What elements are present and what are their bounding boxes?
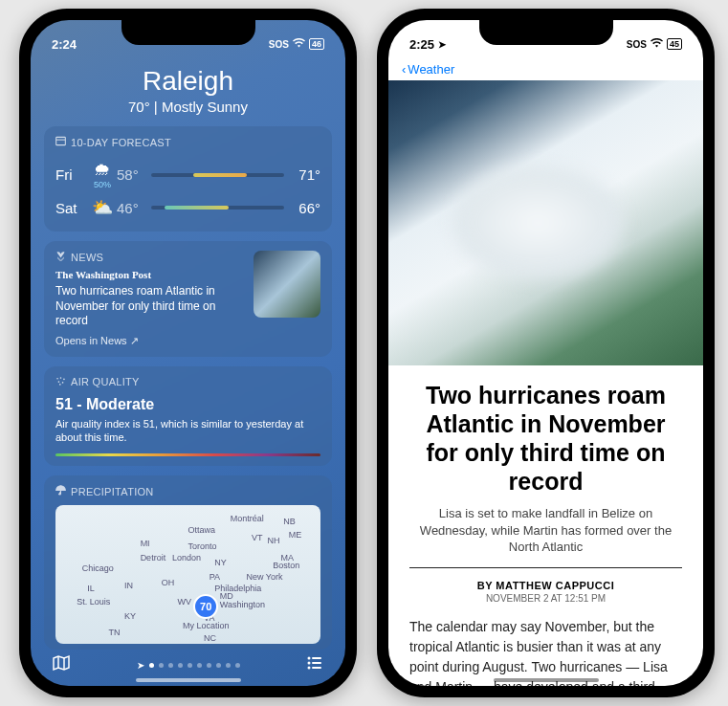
map-city-label: NH — [268, 536, 280, 545]
forecast-day: Sat — [55, 200, 88, 216]
sos-indicator: SOS — [627, 39, 647, 50]
svg-point-6 — [62, 382, 64, 384]
precip-header: PRECIPITATION — [71, 486, 154, 497]
news-header: NEWS — [71, 252, 103, 263]
list-icon[interactable] — [305, 653, 324, 676]
news-open-link[interactable]: Opens in News ↗ — [55, 335, 244, 347]
article-title: Two hurricanes roam Atlantic in November… — [409, 381, 682, 496]
notch — [479, 20, 613, 45]
map-city-label: NB — [283, 517, 296, 526]
news-card[interactable]: NEWS The Washington Post Two hurricanes … — [44, 241, 332, 357]
page-dots[interactable]: ➤ — [137, 660, 240, 671]
battery-indicator: 46 — [309, 38, 324, 50]
notch — [121, 20, 255, 45]
map-city-label: Ottawa — [188, 525, 216, 535]
map-city-label: TN — [108, 628, 120, 637]
forecast-header: 10-DAY FORECAST — [71, 137, 171, 148]
calendar-icon — [55, 136, 66, 148]
home-indicator[interactable] — [494, 678, 599, 682]
news-icon — [55, 251, 66, 263]
map-city-label: Montréal — [231, 514, 264, 523]
map-city-label: St. Louis — [77, 597, 110, 607]
forecast-row[interactable]: Sat ⛅ 46° 66° — [55, 193, 320, 222]
map-city-label: KY — [124, 611, 136, 621]
map-icon[interactable] — [52, 653, 71, 676]
svg-point-8 — [308, 657, 311, 660]
svg-point-10 — [308, 662, 311, 665]
map-city-label: Chicago — [82, 563, 114, 573]
forecast-high: 66° — [290, 200, 320, 216]
map-city-label: VT — [252, 533, 263, 542]
svg-rect-9 — [312, 657, 321, 659]
city-name: Raleigh — [31, 66, 345, 97]
svg-point-5 — [58, 381, 60, 383]
forecast-day: Fri — [55, 166, 88, 183]
back-button[interactable]: ‹ Weather — [388, 58, 703, 80]
svg-rect-0 — [56, 137, 66, 144]
map-city-label: Toronto — [188, 541, 217, 551]
status-time: 2:24 — [52, 37, 77, 52]
forecast-range-bar — [151, 173, 284, 177]
status-time: 2:25 — [409, 37, 434, 52]
article-content[interactable]: Two hurricanes roam Atlantic in November… — [388, 365, 703, 686]
aqi-header: AIR QUALITY — [71, 376, 140, 387]
map-city-label: London — [172, 553, 201, 563]
wifi-icon — [651, 38, 663, 50]
my-location-pin[interactable]: 70 My Location — [183, 594, 230, 630]
map-city-label: OH — [162, 578, 175, 587]
forecast-range-bar — [151, 206, 284, 210]
forecast-low: 46° — [117, 200, 145, 216]
pin-label: My Location — [183, 621, 230, 630]
weather-header: Raleigh 70° | Mostly Sunny — [31, 58, 345, 126]
article-byline: BY MATTHEW CAPPUCCI — [409, 580, 682, 591]
map-city-label: IL — [87, 584, 95, 593]
map-city-label: Detroit — [141, 553, 166, 563]
map-city-label: NC — [204, 633, 216, 643]
aqi-description: Air quality index is 51, which is simila… — [55, 417, 320, 445]
map-city-label: ME — [289, 530, 302, 540]
precipitation-card[interactable]: PRECIPITATION MontréalNBMEOttawaVTNHToro… — [44, 475, 332, 650]
condition-line: 70° | Mostly Sunny — [31, 99, 345, 115]
article-date: NOVEMBER 2 AT 12:51 PM — [409, 593, 682, 604]
location-arrow-icon: ➤ — [137, 660, 144, 671]
aqi-spectrum-bar — [55, 453, 320, 456]
forecast-icon: ⛅ — [88, 197, 117, 218]
article-body: The calendar may say November, but the t… — [409, 617, 682, 686]
forecast-card[interactable]: 10-DAY FORECAST Fri 🌧50% 58° 71° Sat ⛅ 4… — [44, 126, 332, 232]
location-arrow-icon: ➤ — [438, 39, 446, 50]
svg-point-12 — [308, 667, 311, 670]
svg-rect-13 — [312, 667, 321, 669]
bottom-toolbar: ➤ — [31, 653, 345, 676]
map-city-label: PA — [210, 572, 220, 582]
home-indicator[interactable] — [136, 678, 241, 682]
news-headline: Two hurricanes roam Atlantic in November… — [55, 284, 244, 329]
forecast-high: 71° — [290, 166, 320, 183]
article-hero-image — [388, 80, 703, 365]
svg-rect-11 — [312, 662, 321, 664]
air-quality-card[interactable]: AIR QUALITY 51 - Moderate Air quality in… — [44, 366, 332, 467]
forecast-row[interactable]: Fri 🌧50% 58° 71° — [55, 156, 320, 193]
map-city-label: IN — [124, 581, 133, 590]
article-subtitle: Lisa is set to make landfall in Belize o… — [409, 505, 682, 568]
svg-point-7 — [59, 384, 61, 386]
map-city-label: MI — [141, 539, 150, 548]
map-city-label: New York — [246, 572, 282, 582]
pin-temp: 70 — [193, 594, 218, 619]
phone-news: 2:25 ➤ SOS 45 ‹ Weather Two hurricanes r… — [377, 9, 715, 697]
chevron-left-icon: ‹ — [402, 62, 406, 77]
svg-point-4 — [63, 378, 65, 380]
news-thumbnail — [254, 251, 320, 318]
wifi-icon — [293, 38, 305, 50]
forecast-low: 58° — [117, 166, 145, 183]
svg-point-2 — [56, 378, 58, 380]
phone-weather: 2:24 SOS 46 Raleigh 70° | Mostly Sunny — [19, 9, 357, 697]
map-city-label: Boston — [273, 561, 299, 570]
precipitation-map[interactable]: MontréalNBMEOttawaVTNHTorontoMAMIDetroit… — [55, 505, 320, 644]
sos-indicator: SOS — [269, 39, 289, 50]
back-label: Weather — [408, 62, 454, 77]
news-source: The Washington Post — [55, 269, 244, 280]
forecast-icon: 🌧50% — [88, 160, 117, 189]
battery-indicator: 45 — [667, 38, 682, 50]
map-city-label: NY — [214, 558, 227, 567]
svg-point-3 — [60, 377, 62, 379]
